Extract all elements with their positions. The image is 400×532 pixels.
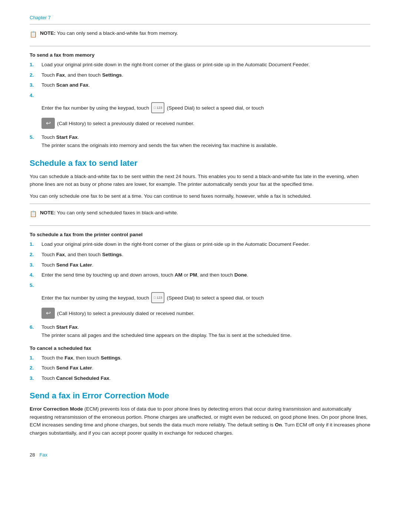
footer: 28 Fax: [30, 452, 370, 458]
cancel-step-3: 3. Touch Cancel Scheduled Fax.: [30, 374, 370, 382]
sched-step-3-num: 3.: [30, 261, 41, 269]
step-5-num: 5.: [30, 133, 41, 141]
sched-step-5-text-after: (Speed Dial) to select a speed dial, or …: [167, 294, 264, 302]
sched-step-5-num: 5.: [30, 281, 41, 290]
schedule-para1: You can schedule a black-and-white fax t…: [30, 173, 370, 188]
note-icon-1: 📋: [30, 31, 37, 38]
step-2: 2. Touch Fax, and then touch Settings.: [30, 71, 370, 79]
sched-step-5-text-before: Enter the fax number by using the keypad…: [41, 294, 149, 302]
sched-step-6-subtext: The printer scans all pages and the sche…: [41, 331, 291, 339]
cancel-step-1-text: Touch the Fax, then touch Settings.: [41, 354, 370, 362]
sched-step-1-text: Load your original print-side down in th…: [41, 240, 370, 248]
sched-step-2-num: 2.: [30, 251, 41, 259]
send-fax-heading: To send a fax from memory: [30, 52, 370, 58]
sched-step-5-call-history: (Call History) to select a previously di…: [41, 308, 194, 319]
call-history-icon: [41, 118, 55, 129]
speed-dial-icon-2: [151, 292, 164, 303]
sched-step-6-num: 6.: [30, 323, 41, 331]
schedule-section-title: Schedule a fax to send later: [30, 158, 370, 168]
cancel-step-3-num: 3.: [30, 374, 41, 382]
sched-step-3: 3. Touch Send Fax Later.: [30, 261, 370, 269]
top-divider: [30, 24, 370, 24]
note-text-1: NOTE: You can only send a black-and-whit…: [40, 30, 178, 36]
step-5-text: Touch Start Fax.: [41, 133, 370, 141]
step-1: 1. Load your original print-side down in…: [30, 61, 370, 69]
schedule-sub-heading: To schedule a fax from the printer contr…: [30, 232, 370, 237]
cancel-step-2-num: 2.: [30, 364, 41, 372]
cancel-step-2-text: Touch Send Fax Later.: [41, 364, 370, 372]
sched-step-1-num: 1.: [30, 240, 41, 248]
sched-step-6: 6. Touch Start Fax. The printer scans al…: [30, 323, 370, 339]
sched-step-1: 1. Load your original print-side down in…: [30, 240, 370, 248]
step-2-num: 2.: [30, 71, 41, 79]
cancel-step-1-num: 1.: [30, 354, 41, 362]
step-3-text: Touch Scan and Fax.: [41, 81, 370, 89]
sched-step-4-num: 4.: [30, 271, 41, 279]
note-box-2: 📋 NOTE: You can only send scheduled faxe…: [30, 207, 370, 220]
step-3: 3. Touch Scan and Fax.: [30, 81, 370, 89]
step-5-subtext: The printer scans the originals into mem…: [41, 141, 277, 150]
note1-bottom-divider: [30, 46, 370, 46]
sched-step-5-inline: Enter the fax number by using the keypad…: [41, 292, 264, 303]
step-5: 5. Touch Start Fax. The printer scans th…: [30, 133, 370, 149]
sched-step-6-text: Touch Start Fax.: [41, 323, 370, 331]
sched-step-5-call-history-text: (Call History) to select a previously di…: [57, 310, 194, 318]
cancel-step-1: 1. Touch the Fax, then touch Settings.: [30, 354, 370, 362]
step-4-call-history: (Call History) to select a previously di…: [41, 118, 194, 129]
step-4-num: 4.: [30, 91, 41, 100]
note2-top-divider: [30, 204, 370, 204]
sched-step-4-text: Enter the send time by touching up and d…: [41, 271, 370, 279]
sched-step-2: 2. Touch Fax, and then touch Settings.: [30, 251, 370, 259]
speed-dial-icon: [151, 102, 164, 113]
footer-label: Fax: [39, 452, 47, 458]
step-4-inline: Enter the fax number by using the keypad…: [41, 102, 264, 113]
step-1-text: Load your original print-side down in th…: [41, 61, 370, 69]
step-2-text: Touch Fax, and then touch Settings.: [41, 71, 370, 79]
note-box-1: 📋 NOTE: You can only send a black-and-wh…: [30, 27, 370, 41]
note-icon-2: 📋: [30, 210, 37, 217]
schedule-steps: 1. Load your original print-side down in…: [30, 240, 370, 339]
send-fax-steps: 1. Load your original print-side down in…: [30, 61, 370, 150]
step-3-num: 3.: [30, 81, 41, 89]
schedule-para2: You can only schedule one fax to be sent…: [30, 192, 370, 200]
ecm-bold-label: Error Correction Mode: [30, 406, 83, 412]
cancel-step-2: 2. Touch Send Fax Later.: [30, 364, 370, 372]
cancel-steps: 1. Touch the Fax, then touch Settings. 2…: [30, 354, 370, 382]
step-4-text-after: (Speed Dial) to select a speed dial, or …: [167, 104, 264, 112]
step-1-num: 1.: [30, 61, 41, 69]
ecm-section-title: Send a fax in Error Correction Mode: [30, 391, 370, 401]
footer-page: 28: [30, 452, 35, 458]
page-container: Chapter 7 📋 NOTE: You can only send a bl…: [0, 0, 400, 480]
call-history-icon-2: [41, 308, 55, 319]
note-text-2: NOTE: You can only send scheduled faxes …: [40, 210, 178, 215]
chapter-label: Chapter 7: [30, 15, 370, 20]
sched-step-2-text: Touch Fax, and then touch Settings.: [41, 251, 370, 259]
sched-step-5: 5. Enter the fax number by using the key…: [30, 281, 370, 321]
note2-bottom-divider: [30, 225, 370, 226]
sched-step-3-text: Touch Send Fax Later.: [41, 261, 370, 269]
cancel-heading: To cancel a scheduled fax: [30, 345, 370, 351]
step-4: 4. Enter the fax number by using the key…: [30, 91, 370, 131]
step-4-call-history-text: (Call History) to select a previously di…: [57, 120, 194, 128]
cancel-step-3-text: Touch Cancel Scheduled Fax.: [41, 374, 370, 382]
ecm-para: Error Correction Mode (ECM) prevents los…: [30, 405, 370, 437]
step-4-text-before: Enter the fax number by using the keypad…: [41, 104, 149, 112]
sched-step-4: 4. Enter the send time by touching up an…: [30, 271, 370, 279]
